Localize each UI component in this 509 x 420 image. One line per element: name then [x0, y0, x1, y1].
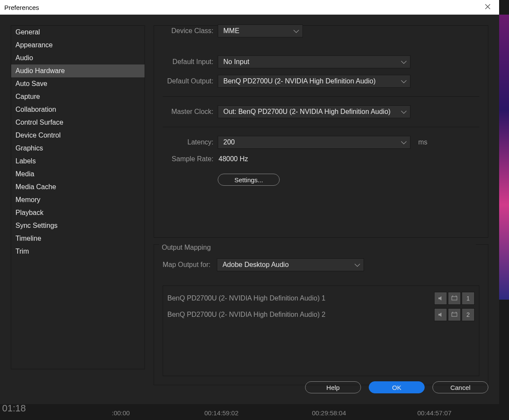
category-sidebar: GeneralAppearanceAudioAudio HardwareAuto…	[11, 25, 145, 369]
mapping-list: BenQ PD2700U (2- NVIDIA High Definition …	[163, 285, 479, 376]
mapping-row: BenQ PD2700U (2- NVIDIA High Definition …	[167, 292, 475, 305]
sidebar-item-audio-hardware[interactable]: Audio Hardware	[11, 64, 145, 77]
map-output-for-label: Map Output for:	[163, 261, 210, 269]
sidebar-item-media[interactable]: Media	[11, 168, 145, 181]
tick: 00:14:59:02	[204, 409, 238, 417]
speaker-icon[interactable]	[434, 308, 447, 321]
ok-button[interactable]: OK	[369, 381, 425, 393]
background-preview-strip	[499, 15, 509, 300]
current-time: 01:18	[2, 403, 26, 414]
latency-label: Latency:	[163, 138, 213, 146]
default-output-dropdown[interactable]: BenQ PD2700U (2- NVIDIA High Definition …	[218, 75, 410, 88]
output-mapping-legend: Output Mapping	[159, 244, 476, 251]
help-button[interactable]: Help	[305, 381, 361, 393]
cancel-button[interactable]: Cancel	[432, 381, 488, 393]
sample-rate-label: Sample Rate:	[163, 155, 213, 163]
sample-rate-value: 48000 Hz	[219, 155, 248, 163]
sidebar-item-general[interactable]: General	[11, 26, 145, 39]
sidebar-item-auto-save[interactable]: Auto Save	[11, 77, 145, 90]
window-title: Preferences	[4, 4, 39, 11]
sidebar-item-graphics[interactable]: Graphics	[11, 142, 145, 155]
hardware-fieldset: Device Class: MME Default Input: No Inpu…	[154, 25, 488, 238]
default-output-label: Default Output:	[163, 77, 213, 85]
route-icon[interactable]	[448, 308, 461, 321]
sidebar-item-timeline[interactable]: Timeline	[11, 232, 145, 245]
channel-number[interactable]: 2	[462, 308, 475, 321]
sidebar-item-media-cache[interactable]: Media Cache	[11, 181, 145, 193]
sidebar-item-playback[interactable]: Playback	[11, 206, 145, 219]
titlebar: Preferences	[0, 0, 499, 15]
channel-number[interactable]: 1	[462, 292, 475, 305]
sidebar-item-sync-settings[interactable]: Sync Settings	[11, 219, 145, 232]
speaker-icon[interactable]	[434, 292, 447, 305]
device-class-dropdown[interactable]: MME	[218, 25, 303, 37]
master-clock-dropdown[interactable]: Out: BenQ PD2700U (2- NVIDIA High Defini…	[218, 105, 410, 118]
close-icon[interactable]	[481, 2, 494, 13]
output-mapping-fieldset: Output Mapping Map Output for: Adobe Des…	[154, 244, 488, 385]
sidebar-item-labels[interactable]: Labels	[11, 155, 145, 168]
mapping-channel-name: BenQ PD2700U (2- NVIDIA High Definition …	[167, 294, 325, 302]
latency-unit: ms	[418, 138, 427, 146]
tick: 00:29:58:04	[312, 409, 346, 417]
dialog-footer: Help OK Cancel	[305, 377, 488, 398]
sidebar-item-capture[interactable]: Capture	[11, 90, 145, 103]
master-clock-label: Master Clock:	[163, 108, 213, 116]
dialog-body: GeneralAppearanceAudioAudio HardwareAuto…	[0, 15, 499, 404]
sidebar-item-collaboration[interactable]: Collaboration	[11, 103, 145, 116]
route-icon[interactable]	[448, 292, 461, 305]
latency-dropdown[interactable]: 200	[218, 136, 410, 149]
sidebar-item-audio[interactable]: Audio	[11, 52, 145, 64]
settings-button[interactable]: Settings...	[218, 174, 280, 186]
preferences-window: Preferences GeneralAppearanceAudioAudio …	[0, 0, 499, 404]
svg-rect-2	[452, 297, 457, 300]
tick: :00:00	[112, 409, 130, 417]
svg-rect-5	[452, 313, 457, 316]
sidebar-item-device-control[interactable]: Device Control	[11, 129, 145, 142]
timeline-ruler: 01:18 :00:00 00:14:59:02 00:29:58:04 00:…	[0, 404, 509, 420]
device-class-label: Device Class:	[163, 27, 213, 35]
sidebar-item-memory[interactable]: Memory	[11, 193, 145, 206]
sidebar-item-appearance[interactable]: Appearance	[11, 39, 145, 52]
mapping-row: BenQ PD2700U (2- NVIDIA High Definition …	[167, 308, 475, 321]
tick: 00:44:57:07	[417, 409, 451, 417]
main-panel: Device Class: MME Default Input: No Inpu…	[154, 25, 488, 398]
sidebar-item-trim[interactable]: Trim	[11, 245, 145, 258]
mapping-channel-name: BenQ PD2700U (2- NVIDIA High Definition …	[167, 311, 325, 319]
sidebar-item-control-surface[interactable]: Control Surface	[11, 116, 145, 129]
map-output-for-dropdown[interactable]: Adobe Desktop Audio	[217, 258, 364, 271]
default-input-label: Default Input:	[163, 58, 213, 66]
default-input-dropdown[interactable]: No Input	[218, 55, 410, 68]
